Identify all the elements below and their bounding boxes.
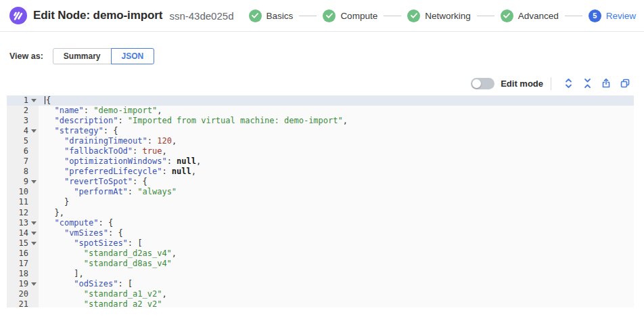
editor-line-21[interactable]: 21 "standard_a2_v2" [7, 299, 634, 307]
line-number: 5 [7, 136, 30, 146]
collapse-all-button[interactable] [580, 76, 595, 91]
view-as-label: View as: [9, 51, 43, 61]
step-check-icon [501, 9, 513, 22]
fold-toggle-icon[interactable] [30, 279, 39, 289]
step-label: Review [606, 11, 636, 21]
code-text: "performAt": "always" [39, 187, 634, 197]
json-view-button[interactable]: JSON [111, 48, 155, 64]
collapse-all-icon [582, 78, 593, 89]
code-text: "fallbackToOd": true, [39, 146, 634, 156]
step-review[interactable]: 5Review [589, 9, 636, 22]
fold-toggle-icon[interactable] [30, 228, 39, 238]
copy-icon [620, 78, 630, 89]
editor-line-7[interactable]: 7 "optimizationWindows": null, [7, 156, 634, 167]
step-compute[interactable]: Compute [323, 9, 377, 22]
copy-button[interactable] [618, 76, 632, 91]
line-number: 18 [7, 269, 30, 279]
code-text: "standard_d2as_v4", [39, 249, 634, 259]
node-id: ssn-43de025d [169, 10, 233, 22]
spot-logo-icon [9, 7, 27, 24]
editor-line-5[interactable]: 5 "drainingTimeout": 120, [7, 136, 634, 146]
expand-all-button[interactable] [561, 76, 576, 91]
edit-mode-label: Edit mode [501, 79, 543, 89]
export-button[interactable] [599, 76, 614, 91]
fold-toggle-icon[interactable] [30, 177, 39, 187]
code-text: "vmSizes": { [39, 228, 634, 238]
fold-toggle-icon[interactable] [30, 238, 39, 249]
editor-line-13[interactable]: 13 "compute": { [7, 218, 634, 228]
editor-line-2[interactable]: 2 "name": "demo-import", [7, 106, 634, 116]
editor-line-12[interactable]: 12 }, [7, 208, 634, 218]
editor-line-1[interactable]: 1{ [7, 95, 634, 106]
step-connector [299, 16, 317, 16]
line-number: 12 [7, 208, 30, 218]
line-number: 21 [7, 299, 30, 307]
fold-gutter [30, 167, 39, 177]
code-text: "spotSizes": [ [39, 238, 634, 249]
fold-toggle-icon[interactable] [30, 95, 39, 106]
step-label: Advanced [518, 11, 559, 21]
line-number: 20 [7, 289, 30, 299]
line-number: 2 [7, 106, 30, 116]
step-check-icon [407, 9, 420, 22]
code-text: "strategy": { [39, 126, 634, 136]
code-text: "revertToSpot": { [39, 177, 634, 187]
step-connector [384, 16, 401, 16]
editor-line-19[interactable]: 19 "odSizes": [ [7, 279, 634, 289]
editor-line-20[interactable]: 20 "standard_a1_v2", [7, 289, 634, 299]
fold-gutter [30, 259, 39, 269]
toolbar-divider [551, 77, 551, 90]
fold-gutter [30, 289, 39, 299]
editor-line-4[interactable]: 4 "strategy": { [7, 126, 634, 136]
toggle-knob [472, 79, 481, 88]
editor-line-15[interactable]: 15 "spotSizes": [ [7, 238, 634, 249]
editor-line-10[interactable]: 10 "performAt": "always" [7, 187, 634, 197]
edit-mode-toggle[interactable] [471, 78, 495, 89]
line-number: 15 [7, 238, 30, 249]
step-networking[interactable]: Networking [407, 9, 471, 22]
editor-line-3[interactable]: 3 "description": "Imported from virtual … [7, 116, 634, 126]
editor-line-9[interactable]: 9 "revertToSpot": { [7, 177, 634, 187]
editor-line-17[interactable]: 17 "standard_d8as_v4" [7, 259, 634, 269]
code-text: "odSizes": [ [39, 279, 634, 289]
code-text: { [39, 95, 634, 106]
fold-gutter [30, 156, 39, 167]
line-number: 16 [7, 249, 30, 259]
json-editor[interactable]: 1{2 "name": "demo-import",3 "description… [7, 95, 634, 307]
line-number: 4 [7, 126, 30, 136]
editor-line-6[interactable]: 6 "fallbackToOd": true, [7, 146, 634, 156]
expand-all-icon [564, 78, 574, 89]
step-number-badge: 5 [589, 9, 601, 22]
editor-line-18[interactable]: 18 ], [7, 269, 634, 279]
code-text: "drainingTimeout": 120, [39, 136, 634, 146]
step-connector [477, 16, 495, 16]
code-text: "standard_d8as_v4" [39, 259, 634, 269]
fold-gutter [30, 299, 39, 307]
editor-line-8[interactable]: 8 "preferredLifecycle": null, [7, 167, 634, 177]
code-text: } [39, 197, 634, 207]
step-advanced[interactable]: Advanced [501, 9, 559, 22]
editor-line-11[interactable]: 11 } [7, 197, 634, 207]
line-number: 7 [7, 156, 30, 167]
page-title: Edit Node: demo-import [33, 9, 162, 22]
fold-gutter [30, 197, 39, 207]
line-number: 17 [7, 259, 30, 269]
wizard-header: Edit Node: demo-import ssn-43de025d Basi… [0, 0, 644, 32]
line-number: 11 [7, 197, 30, 207]
fold-gutter [30, 208, 39, 218]
code-text: "optimizationWindows": null, [39, 156, 634, 167]
line-number: 13 [7, 218, 30, 228]
code-text: "compute": { [39, 218, 634, 228]
editor-line-16[interactable]: 16 "standard_d2as_v4", [7, 249, 634, 259]
export-icon [601, 78, 612, 89]
summary-view-button[interactable]: Summary [53, 48, 112, 64]
fold-toggle-icon[interactable] [30, 126, 39, 136]
fold-toggle-icon[interactable] [30, 218, 39, 228]
code-text: }, [39, 208, 634, 218]
step-connector [565, 16, 582, 16]
step-check-icon [323, 9, 336, 22]
editor-line-14[interactable]: 14 "vmSizes": { [7, 228, 634, 238]
step-basics[interactable]: Basics [249, 9, 294, 22]
code-text: "description": "Imported from virtual ma… [39, 116, 634, 126]
code-text: "standard_a2_v2" [39, 299, 634, 307]
